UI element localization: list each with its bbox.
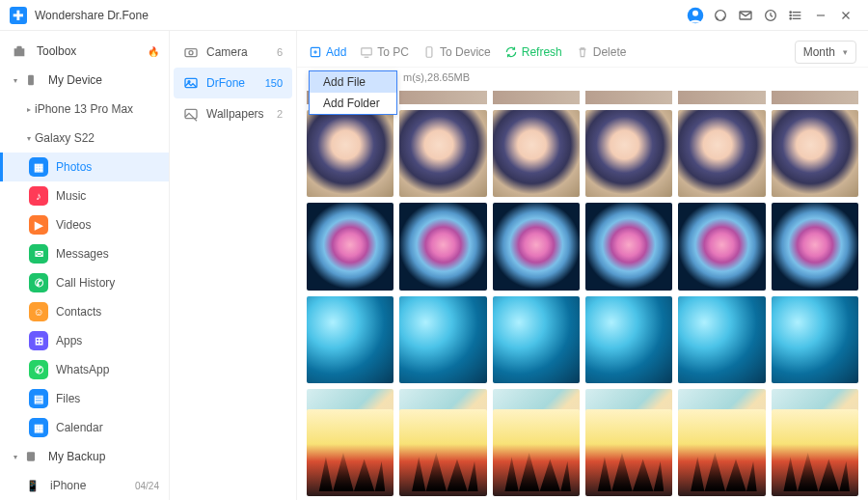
category-count: 2: [277, 108, 283, 120]
history-icon[interactable]: [758, 3, 783, 28]
photo-thumb[interactable]: [585, 203, 672, 290]
sidebar-item-label: Contacts: [56, 305, 159, 319]
photo-thumb[interactable]: [678, 110, 765, 197]
sidebar-item-messages[interactable]: ✉ Messages: [0, 239, 169, 268]
todevice-button[interactable]: To Device: [422, 45, 491, 59]
phone-icon: ✆: [29, 273, 48, 292]
delete-button[interactable]: Delete: [576, 45, 627, 59]
category-label: Camera: [206, 45, 277, 59]
sidebar-item-photos[interactable]: ▦ Photos: [0, 153, 169, 181]
phone-icon: 📱: [23, 476, 42, 495]
photo-thumb[interactable]: [493, 110, 580, 197]
content-area: Add Add File Add Folder To PC To Device …: [297, 31, 868, 500]
account-icon[interactable]: [683, 3, 708, 28]
videos-icon: ▶: [29, 215, 48, 235]
mybackup-label: My Backup: [48, 450, 159, 463]
delete-label: Delete: [593, 45, 627, 59]
photo-thumb[interactable]: [772, 296, 858, 383]
topc-label: To PC: [377, 45, 409, 59]
sidebar-item-label: Calendar: [56, 421, 159, 434]
add-button[interactable]: Add: [309, 45, 346, 59]
sidebar-item-label: Files: [56, 392, 159, 405]
photo-thumb[interactable]: [585, 110, 672, 197]
sidebar-toolbox[interactable]: Toolbox 🔥: [0, 37, 169, 66]
photo-thumb[interactable]: [493, 203, 580, 290]
photo-thumb[interactable]: [493, 409, 580, 496]
topc-button[interactable]: To PC: [360, 45, 409, 59]
device-label: Galaxy S22: [35, 131, 159, 145]
svg-rect-17: [185, 49, 197, 57]
toolbox-icon: [10, 42, 29, 61]
sidebar-item-contacts[interactable]: ☺ Contacts: [0, 297, 169, 326]
camera-icon: [183, 44, 199, 60]
sidebar-item-videos[interactable]: ▶ Videos: [0, 210, 169, 239]
chevron-right-icon: ▸: [23, 105, 35, 114]
photo-thumb[interactable]: [585, 409, 672, 496]
photo-thumb[interactable]: [493, 296, 580, 383]
files-icon: ▤: [29, 389, 48, 408]
device-icon: [21, 70, 41, 90]
range-select[interactable]: Month ▾: [795, 41, 856, 64]
sidebar-backup-iphone[interactable]: 📱 iPhone 04/24: [0, 471, 169, 500]
photo-thumb[interactable]: [772, 110, 858, 197]
app-logo-icon: ✚: [10, 7, 27, 24]
sidebar-device-iphone13[interactable]: ▸ iPhone 13 Pro Max: [0, 95, 169, 124]
sidebar-item-label: Videos: [56, 218, 159, 232]
category-drfone[interactable]: DrFone 150: [174, 68, 292, 98]
sidebar-mybackup[interactable]: ▾ My Backup: [0, 442, 169, 471]
photo-thumb[interactable]: [399, 110, 486, 197]
sidebar-item-music[interactable]: ♪ Music: [0, 181, 169, 210]
close-button[interactable]: [833, 3, 858, 28]
sidebar-item-callhistory[interactable]: ✆ Call History: [0, 268, 169, 297]
add-folder-option[interactable]: Add Folder: [310, 93, 396, 114]
sidebar-item-calendar[interactable]: ▦ Calendar: [0, 413, 169, 442]
sidebar-item-files[interactable]: ▤ Files: [0, 384, 169, 413]
titlebar: ✚ Wondershare Dr.Fone: [0, 0, 868, 31]
support-icon[interactable]: [708, 3, 733, 28]
backup-date: 04/24: [135, 481, 159, 491]
sidebar-item-apps[interactable]: ⊞ Apps: [0, 326, 169, 355]
sidebar-item-label: Apps: [56, 334, 159, 347]
messages-icon: ✉: [29, 244, 48, 264]
svg-rect-25: [362, 47, 372, 54]
sidebar: Toolbox 🔥 ▾ My Device ▸ iPhone 13 Pro Ma…: [0, 31, 170, 500]
category-camera[interactable]: Camera 6: [174, 37, 292, 68]
photo-thumb[interactable]: [307, 110, 393, 197]
calendar-icon: ▦: [29, 418, 48, 437]
photo-thumb[interactable]: [399, 409, 486, 496]
mail-icon[interactable]: [733, 3, 758, 28]
svg-point-1: [692, 10, 698, 15]
chevron-down-icon: ▾: [843, 47, 848, 57]
photo-thumb[interactable]: [678, 296, 765, 383]
photo-thumb[interactable]: [678, 409, 765, 496]
apps-icon: ⊞: [29, 331, 48, 350]
backup-icon: [21, 447, 41, 466]
photo-thumb[interactable]: [307, 409, 393, 496]
add-dropdown: Add File Add Folder: [309, 70, 397, 115]
category-wallpapers[interactable]: Wallpapers 2: [174, 98, 292, 129]
mydevice-label: My Device: [48, 73, 159, 87]
photos-icon: ▦: [29, 157, 48, 177]
category-count: 150: [265, 77, 283, 89]
minimize-button[interactable]: [808, 3, 833, 28]
add-file-option[interactable]: Add File: [310, 71, 396, 93]
sidebar-device-galaxys22[interactable]: ▾ Galaxy S22: [0, 124, 169, 153]
list-icon[interactable]: [783, 3, 808, 28]
photo-thumb[interactable]: [678, 203, 765, 290]
svg-point-9: [790, 14, 791, 15]
photo-thumb[interactable]: [307, 296, 393, 383]
photo-thumb[interactable]: [772, 203, 858, 290]
sidebar-item-whatsapp[interactable]: ✆ WhatsApp: [0, 355, 169, 384]
svg-rect-21: [185, 109, 197, 118]
contacts-icon: ☺: [29, 302, 48, 321]
refresh-button[interactable]: Refresh: [504, 45, 562, 59]
photo-thumb[interactable]: [307, 203, 393, 290]
todevice-label: To Device: [440, 45, 491, 59]
svg-rect-27: [426, 46, 432, 57]
photo-thumb[interactable]: [772, 409, 858, 496]
photo-thumb[interactable]: [399, 296, 486, 383]
sidebar-mydevice[interactable]: ▾ My Device: [0, 66, 169, 95]
photo-thumb[interactable]: [585, 296, 672, 383]
image-icon: [183, 106, 199, 122]
photo-thumb[interactable]: [399, 203, 486, 290]
